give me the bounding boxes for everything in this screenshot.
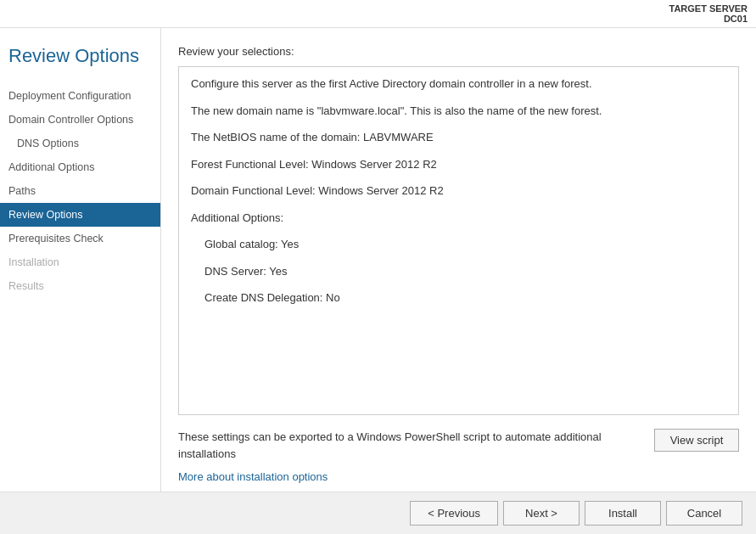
footer: < Previous Next > Install Cancel [0,492,756,534]
install-button[interactable]: Install [585,501,661,526]
sidebar-item-installation: Installation [0,250,160,274]
sidebar-item-deployment-config: Deployment Configuration [0,84,160,108]
sidebar: Review Options Deployment ConfigurationD… [0,28,161,492]
export-section: These settings can be exported to a Wind… [178,429,739,462]
sidebar-item-review-options[interactable]: Review Options [0,203,160,227]
content-area: Review your selections: Configure this s… [161,28,756,492]
previous-button[interactable]: < Previous [410,501,498,526]
cancel-button[interactable]: Cancel [666,501,742,526]
content-intro: Review your selections: [178,45,739,58]
view-script-button[interactable]: View script [654,429,739,452]
review-item-r5: Domain Functional Level: Windows Server … [191,183,726,200]
top-bar: TARGET SERVER DC01 [0,0,756,28]
review-item-r8: DNS Server: Yes [191,263,726,280]
sidebar-item-prerequisites-check: Prerequisites Check [0,227,160,250]
more-about-link[interactable]: More about installation options [178,470,739,483]
target-server-label: TARGET SERVER [669,3,748,14]
page-title: Review Options [0,37,160,84]
sidebar-item-results: Results [0,274,160,298]
review-scroll-area[interactable]: Configure this server as the first Activ… [178,66,739,415]
review-item-r1: Configure this server as the first Activ… [191,76,726,93]
sidebar-item-dns-options: DNS Options [0,132,160,155]
review-item-r4: Forest Functional Level: Windows Server … [191,156,726,173]
review-item-r7: Global catalog: Yes [191,236,726,253]
sidebar-item-additional-options: Additional Options [0,155,160,179]
sidebar-item-paths: Paths [0,179,160,203]
review-item-r6: Additional Options: [191,210,726,227]
sidebar-item-domain-controller-options: Domain Controller Options [0,108,160,132]
review-item-r2: The new domain name is "labvmware.local"… [191,103,726,120]
next-button[interactable]: Next > [503,501,580,526]
export-text: These settings can be exported to a Wind… [178,429,619,462]
review-item-r3: The NetBIOS name of the domain: LABVMWAR… [191,129,726,146]
review-item-r9: Create DNS Delegation: No [191,289,726,306]
server-name: DC01 [724,14,748,24]
sidebar-nav: Deployment ConfigurationDomain Controlle… [0,84,160,298]
